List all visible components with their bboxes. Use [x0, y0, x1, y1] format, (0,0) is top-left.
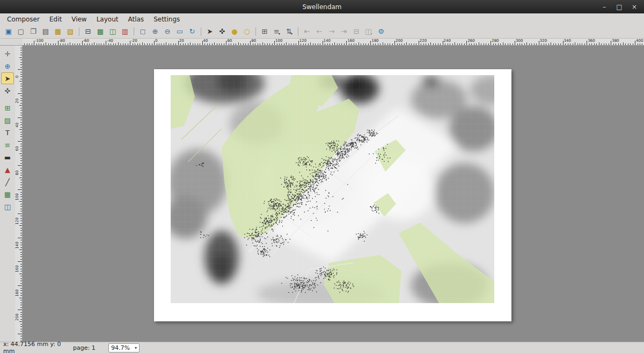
zoom-full-button[interactable]: ◻: [137, 26, 149, 38]
move-item-content-tool[interactable]: ✜: [1, 85, 14, 97]
zoom-in-icon: ⊕: [152, 28, 158, 35]
print-button[interactable]: ⊟: [82, 26, 94, 38]
toolbar-separator: [298, 27, 298, 36]
zoom-icon: ⊕: [5, 63, 11, 70]
atlas-last-feature-icon: ⇥: [341, 28, 347, 35]
raise-items-button[interactable]: ⇅▾: [283, 26, 295, 38]
add-arrow-icon: ╱: [5, 179, 10, 186]
select-move-item-button[interactable]: ➤: [204, 26, 216, 38]
atlas-first-feature-icon: ⇤: [304, 28, 310, 35]
zoom-select[interactable]: 94.7% ▾: [108, 343, 140, 352]
export-as-pdf-icon: ▥: [122, 28, 128, 35]
export-as-svg-icon: ◫: [109, 28, 116, 35]
new-composition-button[interactable]: ▢: [15, 26, 27, 38]
print-atlas-button[interactable]: ⊟: [350, 26, 362, 38]
atlas-last-feature-button[interactable]: ⇥: [338, 26, 350, 38]
add-shape-icon: ▲: [5, 166, 10, 173]
map-rendering: [171, 75, 494, 303]
page-indicator: page: 1: [73, 344, 108, 351]
dropdown-arrow-icon: ▾: [279, 32, 280, 37]
group-items-icon: ⊞: [262, 28, 268, 35]
zoom-actual-button[interactable]: ▭: [174, 26, 186, 38]
zoom-out-icon: ⊖: [165, 28, 171, 35]
menu-view[interactable]: View: [67, 14, 91, 24]
export-as-pdf-button[interactable]: ▥: [119, 26, 131, 38]
add-label-tool[interactable]: T: [1, 127, 14, 138]
window-controls: – □ ×: [601, 3, 644, 11]
save-as-template-icon: ▦: [55, 28, 61, 35]
menu-settings[interactable]: Settings: [149, 14, 185, 24]
select-move-item-tool[interactable]: ➤: [1, 72, 14, 84]
layout-page: [154, 69, 511, 321]
menu-atlas[interactable]: Atlas: [123, 14, 149, 24]
layout-canvas[interactable]: [23, 46, 644, 342]
duplicate-composition-button[interactable]: ❐: [27, 26, 39, 38]
composition-manager-button[interactable]: ▤: [40, 26, 52, 38]
save-project-icon: ▣: [5, 28, 12, 35]
toolbar-separator: [79, 27, 79, 36]
group-items-button[interactable]: ⊞: [259, 26, 270, 38]
add-map-icon: ⊞: [5, 105, 11, 112]
move-item-content-icon: ✜: [5, 87, 11, 94]
window-title: Swellendam: [0, 3, 644, 11]
align-items-button[interactable]: ≡▾: [271, 26, 283, 38]
add-html-frame-tool[interactable]: ◫: [1, 201, 14, 212]
toolbar: ▣▢❐▤▦▧⊟▩◫▥◻⊕⊖▭↻➤✜●○⊞≡▾⇅▾⇤←→⇥⊟◫▾⚙: [0, 25, 644, 39]
menu-composer[interactable]: Composer: [2, 14, 45, 24]
lock-selected-items-button[interactable]: ●: [229, 26, 240, 38]
export-as-image-button[interactable]: ▩: [94, 26, 106, 38]
add-map-tool[interactable]: ⊞: [1, 102, 14, 114]
zoom-value: 94.7%: [111, 344, 130, 351]
atlas-next-feature-icon: →: [329, 28, 335, 35]
atlas-previous-feature-icon: ←: [317, 28, 323, 35]
print-atlas-icon: ⊟: [354, 28, 360, 35]
pan-tool[interactable]: ✛: [1, 48, 14, 60]
add-scalebar-tool[interactable]: ▬: [1, 151, 14, 163]
move-item-content-button[interactable]: ✜: [216, 26, 228, 38]
composition-manager-icon: ▤: [42, 28, 49, 35]
ruler-corner: [0, 39, 23, 46]
refresh-view-icon: ↻: [189, 28, 195, 35]
export-atlas-button[interactable]: ◫▾: [363, 26, 375, 38]
atlas-settings-icon: ⚙: [378, 28, 384, 35]
add-attribute-table-tool[interactable]: ▦: [1, 188, 14, 200]
select-move-item-icon: ➤: [207, 28, 213, 35]
item-toolbox: ✛⊕➤✜⊞▨T≡▬▲╱▦◫: [0, 46, 15, 342]
atlas-next-feature-button[interactable]: →: [326, 26, 338, 38]
titlebar: Swellendam – □ ×: [0, 0, 644, 13]
add-html-frame-icon: ◫: [4, 203, 11, 210]
zoom-in-button[interactable]: ⊕: [149, 26, 161, 38]
toolbar-separator: [201, 27, 201, 36]
raster-grid-overlay: [171, 75, 494, 303]
refresh-view-button[interactable]: ↻: [186, 26, 198, 38]
map-item[interactable]: [171, 75, 494, 303]
unlock-all-items-button[interactable]: ○: [241, 26, 253, 38]
save-as-template-button[interactable]: ▦: [52, 26, 64, 38]
add-legend-tool[interactable]: ≡: [1, 139, 14, 151]
export-as-svg-button[interactable]: ◫: [107, 26, 119, 38]
print-icon: ⊟: [85, 28, 91, 35]
duplicate-composition-icon: ❐: [30, 28, 36, 35]
add-arrow-tool[interactable]: ╱: [1, 176, 14, 188]
toolbar-separator: [134, 27, 134, 36]
add-shape-tool[interactable]: ▲: [1, 164, 14, 175]
atlas-settings-button[interactable]: ⚙: [375, 26, 387, 38]
add-attribute-table-icon: ▦: [4, 191, 11, 198]
zoom-tool[interactable]: ⊕: [1, 60, 14, 72]
add-items-from-template-button[interactable]: ▧: [64, 26, 76, 38]
maximize-button[interactable]: □: [616, 3, 623, 11]
menu-layout[interactable]: Layout: [92, 14, 123, 24]
add-image-tool[interactable]: ▨: [1, 114, 14, 126]
close-button[interactable]: ×: [631, 3, 638, 11]
save-project-button[interactable]: ▣: [3, 26, 14, 38]
cursor-position: x: 44.7156 mm y: 0 mm: [3, 341, 73, 353]
atlas-previous-feature-button[interactable]: ←: [313, 26, 325, 38]
zoom-out-button[interactable]: ⊖: [162, 26, 173, 38]
add-label-icon: T: [5, 129, 10, 136]
minimize-button[interactable]: –: [601, 3, 608, 11]
menu-edit[interactable]: Edit: [45, 14, 67, 24]
ruler-row: -100-80-60-40-20020406080100120140160180…: [0, 39, 644, 46]
dropdown-arrow-icon: ▾: [371, 32, 372, 37]
add-legend-icon: ≡: [5, 142, 11, 149]
atlas-first-feature-button[interactable]: ⇤: [301, 26, 313, 38]
